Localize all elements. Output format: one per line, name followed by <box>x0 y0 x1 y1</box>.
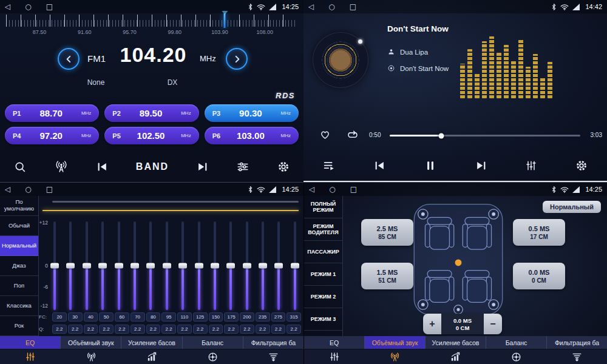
back-icon[interactable]: ◁ <box>5 186 10 193</box>
equalizer-button[interactable] <box>525 160 537 172</box>
eq-band-slider[interactable] <box>98 221 107 310</box>
preset-p6-button[interactable]: P6103.00MHz <box>205 127 299 144</box>
repeat-button[interactable] <box>346 129 359 144</box>
eq-band-slider[interactable] <box>210 221 220 310</box>
eq-band-slider[interactable] <box>258 221 268 310</box>
preset-p2-button[interactable]: P289.50MHz <box>104 104 198 122</box>
listening-mode-item[interactable]: РЕЖИМ 3 <box>304 308 342 331</box>
queue-button[interactable] <box>322 159 336 172</box>
tune-button[interactable] <box>236 160 249 174</box>
decrease-delay-button[interactable]: − <box>484 314 502 334</box>
balance-icon[interactable] <box>486 349 546 364</box>
home-icon[interactable]: ○ <box>329 186 335 193</box>
home-icon[interactable]: ○ <box>328 3 334 10</box>
eq-preset-item[interactable]: Рок <box>0 316 38 336</box>
settings-button[interactable] <box>575 159 588 172</box>
front-right-delay[interactable]: 0.5 MS 17 CM <box>513 219 565 246</box>
recents-icon[interactable]: □ <box>350 186 357 193</box>
home-icon[interactable]: ○ <box>25 186 31 193</box>
slider-handle[interactable] <box>115 263 123 269</box>
listening-mode-item[interactable]: РЕЖИМ 2 <box>304 286 342 308</box>
rear-right-delay[interactable]: 0.0 MS 0 CM <box>513 263 565 289</box>
eq-band-slider[interactable] <box>66 221 75 310</box>
pause-button[interactable] <box>424 159 437 172</box>
eq-band-slider[interactable] <box>162 221 172 310</box>
eq-band-slider[interactable] <box>290 221 300 310</box>
slider-handle[interactable] <box>259 263 267 269</box>
slider-handle[interactable] <box>83 263 91 269</box>
listening-mode-item[interactable]: РЕЖИМ ВОДИТЕЛЯ <box>304 218 342 241</box>
slider-handle[interactable] <box>226 263 235 269</box>
listening-mode-item[interactable]: РЕЖИМ 1 <box>304 263 342 286</box>
tab-bass-boost[interactable]: Усиление басов <box>425 336 486 349</box>
front-left-delay[interactable]: 2.5 MS 85 CM <box>361 219 413 246</box>
tab-surround[interactable]: Объёмный звук <box>364 336 425 349</box>
eq-band-slider[interactable] <box>146 221 155 310</box>
frequency-ruler[interactable]: 87.5091.6095.7099.80103.90108.00 <box>0 15 304 39</box>
slider-handle[interactable] <box>163 263 171 269</box>
slider-handle[interactable] <box>274 263 283 269</box>
filtration-icon[interactable] <box>243 349 304 364</box>
next-track-button[interactable] <box>475 159 488 172</box>
tab-balance[interactable]: Баланс <box>486 336 546 349</box>
listening-mode-item[interactable]: ПОЛНЫЙ РЕЖИМ <box>304 196 342 218</box>
tab-eq[interactable]: EQ <box>0 336 60 349</box>
tab-filtration[interactable]: Фильтрация ба <box>546 336 607 349</box>
back-icon[interactable]: ◁ <box>309 186 314 193</box>
filtration-icon[interactable] <box>546 349 607 364</box>
settings-button[interactable] <box>277 160 290 174</box>
scan-button[interactable] <box>13 160 27 174</box>
eq-band-slider[interactable] <box>50 221 59 310</box>
slider-handle[interactable] <box>291 263 299 269</box>
eq-band-slider[interactable] <box>114 221 124 310</box>
tab-filtration[interactable]: Фильтрация ба <box>243 336 304 349</box>
slider-handle[interactable] <box>98 263 107 269</box>
preset-p3-button[interactable]: P390.30MHz <box>205 104 299 122</box>
back-icon[interactable]: ◁ <box>308 3 314 10</box>
favorite-button[interactable] <box>319 128 331 143</box>
balance-icon[interactable] <box>182 349 243 364</box>
tab-bass-boost[interactable]: Усиление басов <box>121 336 181 349</box>
slider-handle[interactable] <box>146 263 155 269</box>
eq-band-slider[interactable] <box>130 221 140 310</box>
increase-delay-button[interactable]: + <box>423 314 441 334</box>
slider-handle[interactable] <box>195 263 203 269</box>
eq-preset-item[interactable]: Джаз <box>0 256 38 276</box>
preset-p4-button[interactable]: P497.20MHz <box>5 127 99 144</box>
tab-balance[interactable]: Баланс <box>182 336 243 349</box>
eq-band-slider[interactable] <box>242 221 252 310</box>
listening-mode-item[interactable]: ПАССАЖИР <box>304 241 342 263</box>
surround-sound-icon[interactable] <box>61 349 121 364</box>
sound-preset-button[interactable]: Нормальный <box>543 201 601 213</box>
slider-handle[interactable] <box>131 263 139 269</box>
recents-icon[interactable]: □ <box>46 186 53 193</box>
seek-bar[interactable] <box>390 135 580 136</box>
eq-preset-item[interactable]: Классика <box>0 296 38 316</box>
eq-band-slider[interactable] <box>82 221 92 310</box>
surround-sound-icon[interactable] <box>365 349 426 364</box>
bass-boost-icon[interactable] <box>121 349 182 364</box>
seek-down-button[interactable] <box>58 48 80 70</box>
preset-p5-button[interactable]: P5102.50MHz <box>104 127 198 144</box>
tab-surround[interactable]: Объёмный звук <box>60 336 121 349</box>
stations-button[interactable] <box>54 160 69 174</box>
slider-handle[interactable] <box>66 263 75 269</box>
eq-band-slider[interactable] <box>194 221 204 310</box>
eq-preset-item[interactable]: Обычай <box>0 216 38 236</box>
slider-handle[interactable] <box>50 263 59 269</box>
band-button[interactable]: BAND <box>136 161 169 172</box>
eq-preset-item[interactable]: Поп <box>0 276 38 296</box>
eq-preset-item[interactable]: По умолчанию <box>0 196 38 216</box>
slider-handle[interactable] <box>211 263 219 269</box>
next-station-button[interactable] <box>196 160 209 174</box>
preset-p1-button[interactable]: P188.70MHz <box>5 104 99 122</box>
slider-handle[interactable] <box>178 263 187 269</box>
eq-band-slider[interactable] <box>178 221 188 310</box>
previous-station-button[interactable] <box>95 160 109 174</box>
eq-band-slider[interactable] <box>226 221 236 310</box>
previous-track-button[interactable] <box>373 159 386 172</box>
home-icon[interactable]: ○ <box>25 3 31 10</box>
eq-preset-item[interactable]: Нормальный <box>0 236 38 256</box>
seek-bar-handle[interactable] <box>438 133 444 138</box>
slider-handle[interactable] <box>243 263 251 269</box>
